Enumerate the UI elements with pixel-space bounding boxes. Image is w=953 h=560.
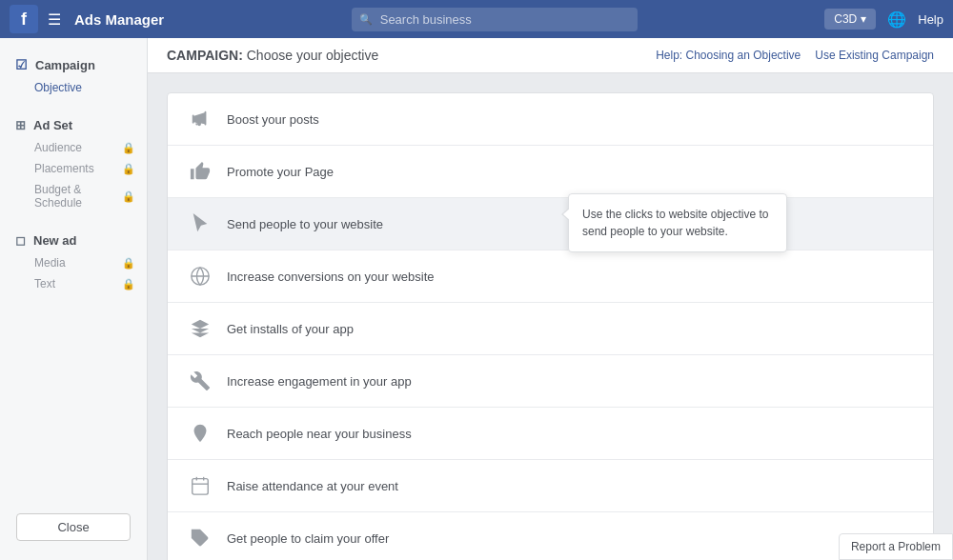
sidebar-item-objective[interactable]: Objective — [34, 77, 147, 98]
thumbsup-icon — [187, 158, 213, 185]
objective-label-raise-attendance: Raise attendance at your event — [227, 479, 914, 493]
megaphone-icon — [187, 106, 213, 132]
objective-label: Objective — [34, 81, 82, 94]
sidebar-campaign-section: ☑ Campaign Objective — [0, 52, 147, 98]
objective-label-promote-page: Promote your Page — [227, 165, 914, 179]
svg-rect-2 — [193, 479, 209, 495]
budget-lock-icon: 🔒 — [122, 190, 135, 203]
topbar-right: C3D ▾ 🌐 Help — [824, 9, 943, 30]
main-layout: ☑ Campaign Objective ⊞ Ad Set Audience 🔒 — [0, 38, 953, 560]
sidebar-adset-sub: Audience 🔒 Placements 🔒 Budget & Schedul… — [0, 137, 147, 213]
page-subtitle: Choose your objective — [247, 48, 379, 63]
sidebar-item-budget[interactable]: Budget & Schedule 🔒 — [34, 179, 147, 213]
account-button[interactable]: C3D ▾ — [824, 9, 876, 30]
sidebar-adset-header: ⊞ Ad Set — [0, 113, 147, 137]
chevron-down-icon: ▾ — [861, 12, 866, 26]
objective-label-get-installs: Get installs of your app — [227, 322, 914, 336]
objective-item-send-people-website[interactable]: Send people to your websiteUse the click… — [168, 198, 933, 250]
objective-item-get-people-claim[interactable]: Get people to claim your offer — [168, 512, 933, 560]
sidebar-newad-header: ◻ New ad — [0, 229, 147, 252]
objective-item-raise-attendance[interactable]: Raise attendance at your event — [168, 460, 933, 512]
newad-label: New ad — [33, 233, 77, 248]
campaign-check-icon: ☑ — [15, 57, 28, 72]
page-title: CAMPAIGN: Choose your objective — [167, 48, 378, 63]
campaign-prefix: CAMPAIGN: — [167, 48, 243, 63]
text-label: Text — [34, 277, 55, 290]
objective-item-boost-posts[interactable]: Boost your posts — [168, 93, 933, 146]
topbar: f ☰ Ads Manager C3D ▾ 🌐 Help — [0, 0, 953, 38]
text-lock-icon: 🔒 — [122, 278, 135, 290]
box3d-icon — [187, 315, 213, 342]
pin-icon — [187, 420, 213, 447]
sidebar-campaign-header: ☑ Campaign — [0, 52, 147, 77]
calendar-icon — [187, 472, 213, 499]
menu-icon[interactable]: ☰ — [48, 10, 61, 29]
objective-label-get-people-claim: Get people to claim your offer — [227, 531, 914, 546]
objective-label-increase-engagement: Increase engagement in your app — [227, 374, 914, 389]
media-label: Media — [34, 256, 66, 270]
report-problem-button[interactable]: Report a Problem — [839, 533, 953, 560]
sidebar: ☑ Campaign Objective ⊞ Ad Set Audience 🔒 — [0, 38, 148, 560]
newad-icon: ◻ — [15, 233, 26, 248]
help-choosing-link[interactable]: Help: Choosing an Objective — [656, 49, 801, 62]
facebook-logo[interactable]: f — [10, 5, 38, 33]
content-header: CAMPAIGN: Choose your objective Help: Ch… — [148, 38, 953, 73]
sidebar-newad-sub: Media 🔒 Text 🔒 — [0, 252, 147, 294]
sidebar-item-placements[interactable]: Placements 🔒 — [34, 158, 147, 179]
search-wrap — [352, 8, 638, 31]
sidebar-adset-section: ⊞ Ad Set Audience 🔒 Placements 🔒 Budget … — [0, 113, 147, 213]
objective-label-reach-people-near: Reach people near your business — [227, 427, 914, 441]
objective-label-boost-posts: Boost your posts — [227, 112, 914, 127]
tooltip-box: Use the clicks to website objective to s… — [568, 193, 787, 252]
objective-item-promote-page[interactable]: Promote your Page — [168, 146, 933, 198]
globe-icon[interactable]: 🌐 — [887, 10, 906, 29]
sidebar-item-audience[interactable]: Audience 🔒 — [34, 137, 147, 158]
placements-label: Placements — [34, 162, 94, 175]
objective-item-increase-conversions[interactable]: Increase conversions on your website — [168, 250, 933, 303]
budget-label: Budget & Schedule — [34, 183, 122, 210]
objective-item-reach-people-near[interactable]: Reach people near your business — [168, 408, 933, 460]
app-title: Ads Manager — [74, 11, 164, 28]
header-links: Help: Choosing an Objective Use Existing… — [656, 49, 934, 62]
globe-icon — [187, 263, 213, 290]
audience-lock-icon: 🔒 — [122, 142, 135, 154]
campaign-label: Campaign — [35, 58, 95, 72]
adset-icon: ⊞ — [15, 118, 26, 132]
objective-item-increase-engagement[interactable]: Increase engagement in your app — [168, 355, 933, 408]
objectives-list: Boost your postsPromote your PageSend pe… — [167, 92, 934, 560]
objective-item-get-installs[interactable]: Get installs of your app — [168, 303, 933, 355]
tooltip-arrow-inner — [563, 208, 571, 221]
help-label[interactable]: Help — [918, 12, 943, 27]
close-button[interactable]: Close — [16, 513, 131, 541]
search-area — [352, 8, 638, 31]
main-content: CAMPAIGN: Choose your objective Help: Ch… — [148, 38, 953, 560]
use-existing-link[interactable]: Use Existing Campaign — [815, 49, 934, 62]
wrench-icon — [187, 368, 213, 394]
search-input[interactable] — [352, 8, 638, 31]
tag-icon — [187, 525, 213, 551]
cursor-icon — [187, 210, 213, 237]
placements-lock-icon: 🔒 — [122, 163, 135, 175]
sidebar-campaign-sub: Objective — [0, 77, 147, 98]
audience-label: Audience — [34, 141, 82, 154]
adset-label: Ad Set — [33, 118, 72, 132]
sidebar-item-media[interactable]: Media 🔒 — [34, 252, 147, 273]
objectives-section: Boost your postsPromote your PageSend pe… — [148, 73, 953, 560]
sidebar-newad-section: ◻ New ad Media 🔒 Text 🔒 — [0, 229, 147, 294]
sidebar-item-text[interactable]: Text 🔒 — [34, 273, 147, 294]
topbar-left: f ☰ Ads Manager — [10, 5, 164, 33]
objective-label-increase-conversions: Increase conversions on your website — [227, 270, 914, 284]
media-lock-icon: 🔒 — [122, 257, 135, 270]
